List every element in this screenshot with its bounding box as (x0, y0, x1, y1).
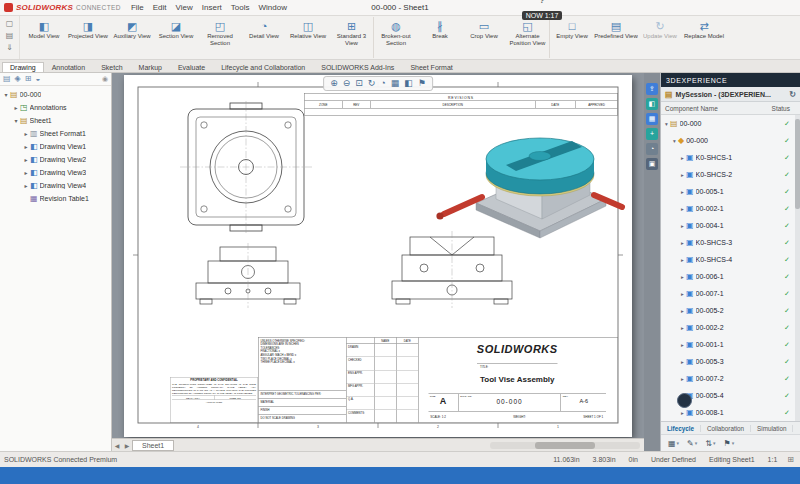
component-expand-caret[interactable]: ▾ (663, 121, 670, 127)
vertical-scrollbar[interactable] (795, 115, 800, 421)
component-expand-caret[interactable]: ▸ (679, 410, 686, 416)
experience-tab[interactable]: Lifecycle (661, 425, 701, 432)
experience-app-icon[interactable]: ⇪ (646, 83, 658, 95)
menu-item[interactable]: Insert (202, 3, 222, 12)
tree-expand-caret[interactable]: ▸ (22, 182, 30, 189)
ribbon-button[interactable]: ◔ Detail View (242, 17, 286, 58)
revision-table[interactable]: REVISIONS ZONEREVDESCRIPTIONDATEAPPROVED (304, 93, 618, 116)
ribbon-button[interactable]: ◩ Auxiliary View (110, 17, 154, 58)
component-row[interactable]: ▸ ▣ 00-005-3 ✓ (661, 353, 800, 370)
feature-tree-item[interactable]: ▸ ▥ Sheet Format1 (0, 127, 111, 140)
ribbon-tab[interactable]: Annotation (44, 62, 93, 72)
view-toolbar-icon[interactable]: ⚑ (418, 78, 426, 89)
feature-tree-item[interactable]: ▸ ◳ Annotations (0, 101, 111, 114)
feature-tree-item[interactable]: ▸ ◧ Drawing View3 (0, 166, 111, 179)
component-row[interactable]: ▾ ▤ 00-000 ✓ (661, 115, 800, 132)
sheet-tab[interactable]: Sheet1 (132, 440, 174, 451)
view-toolbar-icon[interactable]: ⊡ (355, 78, 363, 89)
ribbon-button[interactable]: ◱ Alternate Position View (506, 17, 550, 58)
component-expand-caret[interactable]: ▸ (679, 342, 686, 348)
ribbon-button[interactable]: ∦ Break (418, 17, 462, 58)
tree-expand-caret[interactable]: ▾ (12, 117, 20, 124)
tree-expand-caret[interactable]: ▸ (22, 169, 30, 176)
status-column[interactable]: Status (772, 105, 796, 112)
feature-tree-item[interactable]: ▸ ◧ Drawing View1 (0, 140, 111, 153)
tree-expand-caret[interactable]: ▾ (2, 91, 10, 98)
ribbon-button[interactable]: ◫ Relative View (286, 17, 330, 58)
component-expand-caret[interactable]: ▸ (679, 274, 686, 280)
sheet-prev-arrow[interactable]: ◀ (112, 442, 122, 449)
menu-item[interactable]: File (131, 3, 144, 12)
ribbon-button[interactable]: ◧ Model View (22, 17, 66, 58)
feature-tree-item[interactable]: ▦ Revision Table1 (0, 192, 111, 205)
title-block[interactable]: UNLESS OTHERWISE SPECIFIED:DIMENSIONS AR… (258, 337, 618, 423)
tree-expand-caret[interactable]: ▸ (12, 104, 20, 111)
quick-access-icon[interactable]: ▢ (6, 19, 14, 28)
tree-expand-caret[interactable]: ▸ (22, 143, 30, 150)
tree-expand-caret[interactable]: ▸ (22, 130, 30, 137)
experience-app-icon[interactable]: ◧ (646, 98, 658, 110)
feature-manager-tab-icon[interactable]: ◈ (15, 74, 21, 84)
component-row[interactable]: ▸ ▣ 00-001-1 ✓ (661, 336, 800, 353)
component-expand-caret[interactable]: ▸ (679, 240, 686, 246)
component-expand-caret[interactable]: ▸ (679, 206, 686, 212)
grid-icon[interactable]: ⊞ (787, 455, 796, 464)
experience-app-icon[interactable]: ▣ (646, 158, 658, 170)
component-expand-caret[interactable]: ▸ (679, 172, 686, 178)
ribbon-tab[interactable]: Lifecycle and Collaboration (213, 62, 313, 72)
ribbon-button[interactable]: ◪ Section View (154, 17, 198, 58)
view-toolbar-icon[interactable]: ⊕ (330, 78, 338, 89)
menu-item[interactable]: Window (258, 3, 286, 12)
ribbon-button[interactable]: ◨ Projected View (66, 17, 110, 58)
ribbon-button[interactable]: ◍ Broken-out Section (374, 17, 418, 58)
ribbon-button[interactable]: ◰ Removed Section (198, 17, 242, 58)
menu-item[interactable]: Edit (153, 3, 167, 12)
scrollbar-thumb[interactable] (795, 119, 800, 209)
component-row[interactable]: ▾ ◆ 00-000 ✓ (661, 132, 800, 149)
component-expand-caret[interactable]: ▸ (679, 257, 686, 263)
ribbon-button[interactable]: ▤ Predefined View (594, 17, 638, 58)
quick-access-icon[interactable]: ⇓ (6, 43, 13, 52)
experience-tab[interactable]: Collaboration (701, 425, 751, 432)
feature-manager-tab-icon[interactable]: ▤ (3, 74, 11, 84)
ribbon-button[interactable]: ▭ Crop View (462, 17, 506, 58)
scrollbar-thumb[interactable] (535, 442, 595, 449)
ribbon-button[interactable]: ⊞ Standard 3 View (330, 17, 374, 58)
experience-app-icon[interactable]: + (646, 128, 658, 140)
view-toolbar-icon[interactable]: ↻ (368, 78, 376, 89)
ribbon-tab[interactable]: Markup (131, 62, 170, 72)
component-row[interactable]: ▸ ▣ K0-SHCS-3 ✓ (661, 234, 800, 251)
component-expand-caret[interactable]: ▸ (679, 325, 686, 331)
component-expand-caret[interactable]: ▸ (679, 308, 686, 314)
refresh-icon[interactable]: ↻ (789, 90, 796, 99)
component-expand-caret[interactable]: ▸ (679, 223, 686, 229)
feature-tree-item[interactable]: ▾ ▤ Sheet1 (0, 114, 111, 127)
view-toolbar-icon[interactable]: ◔ (380, 78, 385, 89)
component-name-column[interactable]: Component Name (665, 105, 718, 112)
ribbon-tab[interactable]: Sheet Format (402, 62, 460, 72)
tree-expand-caret[interactable]: ▸ (22, 156, 30, 163)
ribbon-button[interactable]: ↻ Update View (638, 17, 682, 58)
component-expand-caret[interactable]: ▸ (679, 376, 686, 382)
ribbon-button[interactable]: ⇄ Replace Model (682, 17, 726, 58)
feature-tree-item[interactable]: ▸ ◧ Drawing View2 (0, 153, 111, 166)
component-row[interactable]: ▸ ▣ 00-007-1 ✓ (661, 285, 800, 302)
component-row[interactable]: ▸ ▣ 00-006-1 ✓ (661, 268, 800, 285)
help-icon[interactable]: ? (540, 0, 545, 5)
ribbon-button[interactable]: □ Empty View (550, 17, 594, 58)
experience-tool-button[interactable]: ✎ ▾ (687, 439, 697, 448)
ribbon-tab[interactable]: Drawing (2, 62, 44, 72)
experience-tool-button[interactable]: ▦ ▾ (668, 439, 679, 448)
sheet-next-arrow[interactable]: ▶ (122, 442, 132, 449)
component-expand-caret[interactable]: ▸ (679, 291, 686, 297)
menu-item[interactable]: Tools (231, 3, 250, 12)
component-row[interactable]: ▸ ▣ 00-005-2 ✓ (661, 302, 800, 319)
component-row[interactable]: ▸ ▣ 00-007-2 ✓ (661, 370, 800, 387)
ribbon-tab[interactable]: SOLIDWORKS Add-Ins (313, 62, 402, 72)
view-toolbar-icon[interactable]: ▦ (391, 78, 400, 89)
drawing-canvas[interactable]: ⊕⊖⊡↻◔▦◧⚑ (112, 73, 644, 451)
experience-tool-button[interactable]: ⚑ ▾ (724, 439, 735, 448)
component-expand-caret[interactable]: ▾ (671, 138, 678, 144)
component-row[interactable]: ▸ ▣ 00-002-2 ✓ (661, 319, 800, 336)
view-toolbar-icon[interactable]: ⊖ (343, 78, 351, 89)
